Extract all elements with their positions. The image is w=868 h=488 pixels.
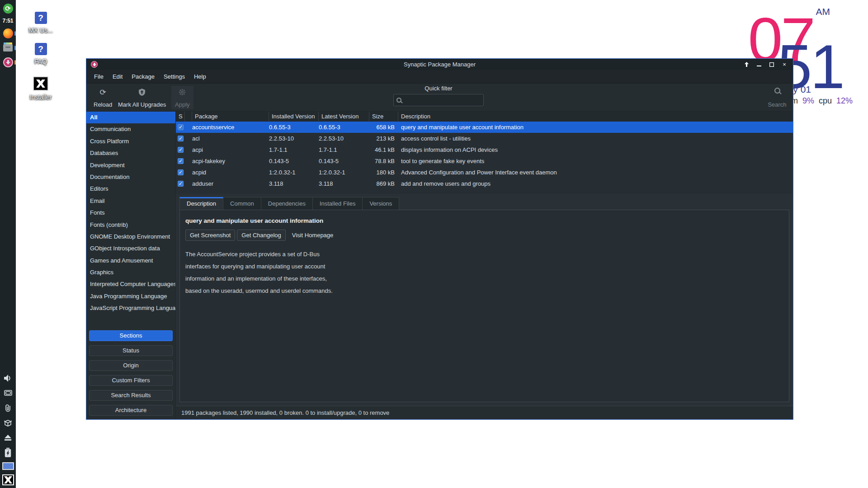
get-changelog-button[interactable]: Get Changelog (237, 230, 285, 241)
shortcut-installer[interactable]: Installer (20, 76, 61, 101)
sidebar-item-cross-platform[interactable]: Cross Platform (86, 136, 175, 147)
sidebar-item-all[interactable]: All (86, 112, 175, 123)
shield-up-icon (139, 88, 145, 97)
shortcut-label: Installer (29, 94, 52, 101)
firefox-icon[interactable] (3, 28, 13, 38)
table-row[interactable]: ✓ acl 2.2.53-10 2.2.53-10 213 kB access … (176, 133, 793, 144)
menu-help[interactable]: Help (189, 70, 211, 83)
custom-filters-button[interactable]: Custom Filters (89, 375, 173, 386)
menu-package[interactable]: Package (127, 70, 159, 83)
titlebar[interactable]: Synaptic Package Manager × (86, 59, 793, 70)
sidebar-item-gobject[interactable]: GObject Introspection data (86, 243, 175, 254)
checkbox-checked[interactable]: ✓ (178, 136, 184, 141)
menu-edit[interactable]: Edit (108, 70, 127, 83)
sections-button[interactable]: Sections (89, 330, 173, 341)
table-row[interactable]: ✓ acpi-fakekey 0.143-5 0.143-5 78.8 kB t… (176, 155, 793, 167)
status-bar: 1991 packages listed, 1990 installed, 0 … (176, 406, 793, 419)
sidebar-item-fonts[interactable]: Fonts (86, 207, 175, 219)
mark-all-upgrades-button[interactable]: Mark All Upgrades (114, 86, 170, 109)
table-row[interactable]: ✓ acpid 1:2.0.32-1 1:2.0.32-1 180 kB Adv… (176, 167, 793, 178)
paperclip-icon[interactable] (3, 403, 13, 413)
package-box-icon[interactable] (3, 418, 13, 428)
package-summary: query and manipulate user account inform… (185, 217, 789, 224)
question-mark-icon: ? (35, 43, 47, 55)
taskbar-clock: 7:51 (2, 18, 13, 24)
visit-homepage-link[interactable]: Visit Homepage (288, 230, 338, 240)
taskbar: ⟳ 7:51 (0, 0, 16, 488)
table-row[interactable]: ✓ accountsservice 0.6.55-3 0.6.55-3 658 … (176, 122, 793, 133)
quick-filter-input[interactable] (404, 97, 476, 103)
search-button[interactable]: Search (763, 86, 791, 109)
quick-filter-label: Quick filter (393, 85, 484, 92)
volume-icon[interactable] (3, 373, 13, 383)
search-results-button[interactable]: Search Results (89, 390, 173, 401)
mx-menu-icon[interactable] (2, 474, 14, 485)
menu-settings[interactable]: Settings (159, 70, 189, 83)
sidebar-item-documentation[interactable]: Documentation (86, 171, 175, 183)
package-description: The AccountService project provides a se… (185, 248, 789, 297)
sidebar-item-gnome[interactable]: GNOME Desktop Environment (86, 231, 175, 243)
display-icon[interactable] (3, 388, 13, 398)
col-installed: Installed Version (269, 112, 319, 121)
mx-logo-icon (33, 76, 48, 91)
checkbox-checked[interactable]: ✓ (178, 124, 184, 130)
shortcut-label: MX Us... (28, 27, 53, 34)
reload-button[interactable]: ⟳ Reload (90, 86, 116, 109)
origin-button[interactable]: Origin (89, 360, 173, 371)
synaptic-icon[interactable] (3, 57, 13, 67)
question-mark-icon: ? (35, 12, 47, 24)
shortcut-mx-users[interactable]: ? MX Us... (20, 12, 61, 34)
sidebar-buttons: Sections Status Origin Custom Filters Se… (86, 330, 175, 419)
search-icon (396, 98, 401, 103)
checkbox-checked[interactable]: ✓ (178, 147, 184, 153)
sidebar-item-databases[interactable]: Databases (86, 147, 175, 159)
table-header[interactable]: S Package Installed Version Latest Versi… (176, 112, 793, 122)
file-manager-icon[interactable] (3, 42, 13, 53)
architecture-button[interactable]: Architecture (89, 405, 173, 416)
package-table: S Package Installed Version Latest Versi… (176, 112, 793, 194)
sidebar-item-fonts-contrib[interactable]: Fonts (contrib) (86, 219, 175, 231)
checkbox-checked[interactable]: ✓ (178, 181, 184, 187)
section-list: All Communication Cross Platform Databas… (86, 112, 175, 314)
get-screenshot-button[interactable]: Get Screenshot (185, 230, 235, 241)
checkbox-checked[interactable]: ✓ (178, 169, 184, 175)
quick-filter-box[interactable] (393, 94, 484, 106)
synaptic-window: Synaptic Package Manager × File Edit Pac… (86, 58, 793, 420)
tab-dependencies[interactable]: Dependencies (261, 197, 313, 210)
checkbox-checked[interactable]: ✓ (178, 158, 184, 164)
tab-common[interactable]: Common (223, 197, 261, 210)
sidebar-item-editors[interactable]: Editors (86, 183, 175, 195)
shortcut-label: FAQ (34, 58, 47, 65)
sidebar-item-games[interactable]: Games and Amusement (86, 255, 175, 267)
table-row[interactable]: ✓ acpi 1.7-1.1 1.7-1.1 46.1 kB displays … (176, 144, 793, 155)
sidebar-item-communication[interactable]: Communication (86, 123, 175, 135)
toolbar: ⟳ Reload Mark All Upgrades Apply Quick f… (86, 84, 793, 112)
maximize-button[interactable] (767, 61, 777, 69)
update-manager-icon[interactable]: ⟳ (3, 3, 13, 14)
close-button[interactable]: × (779, 61, 789, 69)
apply-button[interactable]: Apply (171, 86, 193, 109)
sidebar-item-email[interactable]: Email (86, 195, 175, 207)
menu-file[interactable]: File (90, 70, 108, 83)
tab-versions[interactable]: Versions (363, 197, 399, 210)
table-row[interactable]: ✓ adduser 3.118 3.118 869 kB add and rem… (176, 178, 793, 189)
synaptic-app-icon (91, 61, 98, 68)
reload-icon: ⟳ (99, 88, 106, 97)
tab-installed-files[interactable]: Installed Files (313, 197, 363, 210)
status-button[interactable]: Status (89, 345, 173, 356)
sidebar-item-interpreted-languages[interactable]: Interpreted Computer Languages (86, 278, 175, 290)
sidebar-item-graphics[interactable]: Graphics (86, 267, 175, 278)
sidebar-item-development[interactable]: Development (86, 160, 175, 171)
details-tabs: Description Common Dependencies Installe… (179, 197, 789, 210)
sidebar-item-java[interactable]: Java Programming Language (86, 291, 175, 302)
tab-description[interactable]: Description (179, 197, 223, 210)
col-size: Size (369, 112, 398, 121)
search-icon (774, 88, 780, 94)
eject-icon[interactable] (3, 432, 13, 443)
minimize-button[interactable] (754, 61, 764, 69)
workspace-switcher[interactable] (2, 462, 14, 470)
shortcut-faq[interactable]: ? FAQ (20, 43, 61, 65)
sidebar-item-javascript[interactable]: JavaScript Programming Language (86, 302, 175, 314)
shade-button[interactable] (741, 61, 751, 69)
battery-icon[interactable] (3, 447, 13, 458)
